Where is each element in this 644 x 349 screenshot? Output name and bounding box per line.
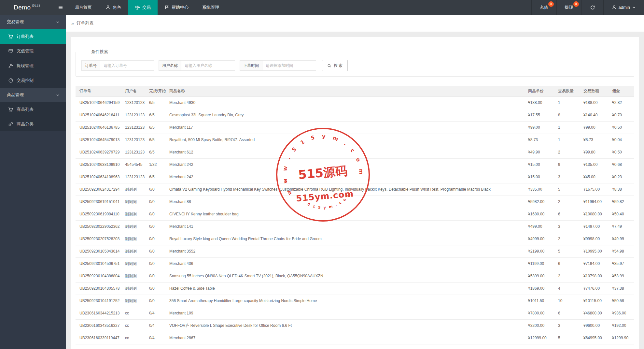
table-cell: ¥0.23 — [608, 171, 634, 183]
table-cell: ¥2199.00 — [524, 245, 554, 258]
sidebar-item-label: 充值管理 — [17, 48, 34, 54]
table-cell: ¥64995.00 — [580, 332, 608, 344]
table-header-cell: 佣金 — [608, 86, 634, 97]
table-cell: ¥10798.00 — [580, 270, 608, 283]
table-cell: 9 — [554, 159, 580, 171]
order-no-input[interactable] — [100, 60, 154, 71]
table-row: UB25102406341089631231231236/5Merchant 2… — [76, 171, 634, 183]
search-button[interactable]: 搜 索 — [322, 60, 348, 71]
table-cell: 测测测 — [121, 221, 145, 233]
table-cell: ¥59.82 — [608, 196, 634, 208]
sidebar-item-trade-control[interactable]: 交易控制 — [0, 73, 66, 88]
username-input[interactable] — [181, 60, 235, 71]
sidebar-item-recharge[interactable]: 充值管理 — [0, 44, 66, 58]
table-cell: UB2510240639279729 — [76, 146, 121, 159]
table-cell: 0/0 — [145, 196, 165, 208]
table-cell: 6 — [554, 307, 580, 320]
table-cell: Merchant 4930 — [165, 97, 524, 109]
nav-item-roles[interactable]: 角色 — [99, 0, 128, 15]
sidebar-item-label: 订单列表 — [17, 34, 34, 39]
table-cell: ¥53.99 — [608, 270, 634, 283]
table-cell: Merchant 242 — [165, 159, 524, 171]
table-cell: 测测测 — [121, 295, 145, 307]
table-cell: ¥0.04 — [608, 134, 634, 146]
table-cell: ¥7.49 — [608, 221, 634, 233]
table-cell: ¥35.97 — [608, 258, 634, 270]
table-cell: 1 — [554, 97, 580, 109]
link-icon — [8, 122, 13, 127]
order-table-body: UB25102406462941591231231236/5Merchant 4… — [76, 97, 634, 344]
table-cell: UB2509230624317294 — [76, 183, 121, 196]
table-cell: ¥10115.00 — [580, 295, 608, 307]
table-cell: 3 — [554, 320, 580, 332]
order-time-label: 下单时间 — [240, 60, 262, 71]
table-cell: UB2509230619084110 — [76, 208, 121, 221]
table-cell: Ornata V2 Gaming Keyboard Hybrid Mechani… — [165, 183, 524, 196]
table-cell: UB2306160344215213 — [76, 307, 121, 320]
table-cell: ¥335.00 — [524, 183, 554, 196]
cart-icon — [8, 34, 13, 39]
table-cell: 5 — [554, 183, 580, 196]
table-cell: 6/5 — [145, 171, 165, 183]
nav-item-label: 交易 — [142, 5, 151, 10]
table-cell: ¥8.73 — [580, 134, 608, 146]
table-cell: UB2510240646294159 — [76, 97, 121, 109]
withdraw-button[interactable]: 提现 0 — [556, 0, 581, 15]
sidebar-toggle-button[interactable] — [53, 0, 68, 15]
recharge-button[interactable]: 充值 0 — [531, 0, 556, 15]
search-row: 订单号 用户名称 下单时间 搜 索 — [81, 60, 634, 71]
table-cell: 测测测 — [121, 283, 145, 295]
table-cell: ¥1680.00 — [524, 208, 554, 221]
admin-dropdown[interactable]: admin — [603, 0, 644, 15]
search-icon — [327, 64, 331, 68]
sidebar-item-order-list[interactable]: 订单列表 — [0, 29, 66, 44]
table-cell: ¥0.68 — [608, 159, 634, 171]
table-cell: ¥188.00 — [580, 97, 608, 109]
table-cell: ¥4999.00 — [524, 233, 554, 245]
table-cell: 123123123 — [121, 171, 145, 183]
order-list-card: 条件搜索 订单号 用户名称 下单时间 搜 索 — [71, 37, 639, 349]
table-cell: 5 — [554, 332, 580, 344]
table-cell: UB2306160339119447 — [76, 332, 121, 344]
nav-item-home[interactable]: 后台首页 — [68, 0, 99, 15]
table-cell: 测测测 — [121, 270, 145, 283]
recharge-label: 充值 — [540, 5, 548, 10]
table-cell: ¥7800.00 — [524, 307, 554, 320]
table-row: UB2306160339119447cc0/4Merchant 2867¥129… — [76, 332, 634, 344]
sidebar-item-goods-list[interactable]: 商品列表 — [0, 102, 66, 117]
table-cell: ¥15.00 — [524, 171, 554, 183]
sidebar-group-trade[interactable]: 交易管理 — [0, 15, 66, 29]
sidebar-item-withdraw[interactable]: 提现管理 — [0, 58, 66, 73]
table-header-cell: 订单号 — [76, 86, 121, 97]
nav-item-trade[interactable]: 交易 — [128, 0, 158, 15]
table-cell: ¥99.00 — [524, 122, 554, 134]
sidebar-group-goods[interactable]: 商品管理 — [0, 88, 66, 102]
table-cell: 0/4 — [145, 332, 165, 344]
refresh-button[interactable] — [581, 0, 603, 15]
table-cell: 1 — [554, 122, 580, 134]
table-row: UB25102406454790131231231236/5Royalford,… — [76, 134, 634, 146]
gauge-icon — [8, 78, 13, 83]
table-cell: ¥8.73 — [524, 134, 554, 146]
table-cell: 测测测 — [121, 196, 145, 208]
main-content: » 订单列表 条件搜索 订单号 用户名称 下单时间 — [66, 15, 644, 349]
nav-item-help[interactable]: 帮助中心 — [158, 0, 195, 15]
nav-item-system[interactable]: 系统管理 — [195, 0, 226, 15]
order-table-header-row: 订单号用户名完成/开始商品名称商品单价交易数量交易数额佣金 — [76, 86, 634, 97]
table-cell: ¥0.50 — [608, 122, 634, 134]
sidebar-group-label: 商品管理 — [7, 92, 24, 98]
gavel-icon — [8, 63, 13, 68]
table-cell: 测测测 — [121, 233, 145, 245]
table-cell: 123123123 — [121, 146, 145, 159]
app-logo-text: Demo — [14, 4, 31, 11]
table-cell: 356 Smart Aromatherapy Humidifier Large-… — [165, 295, 524, 307]
table-cell: 6/5 — [145, 97, 165, 109]
app-logo[interactable]: Demo@123 — [0, 0, 53, 15]
table-cell: Merchant 3552 — [165, 245, 524, 258]
table-cell: UB2509230105043614 — [76, 245, 121, 258]
table-cell: UB2509230229052362 — [76, 221, 121, 233]
table-cell: 45454545 — [121, 159, 145, 171]
order-time-input[interactable] — [262, 60, 316, 71]
sidebar-item-goods-category[interactable]: 商品分类 — [0, 117, 66, 131]
table-cell: 10 — [554, 295, 580, 307]
